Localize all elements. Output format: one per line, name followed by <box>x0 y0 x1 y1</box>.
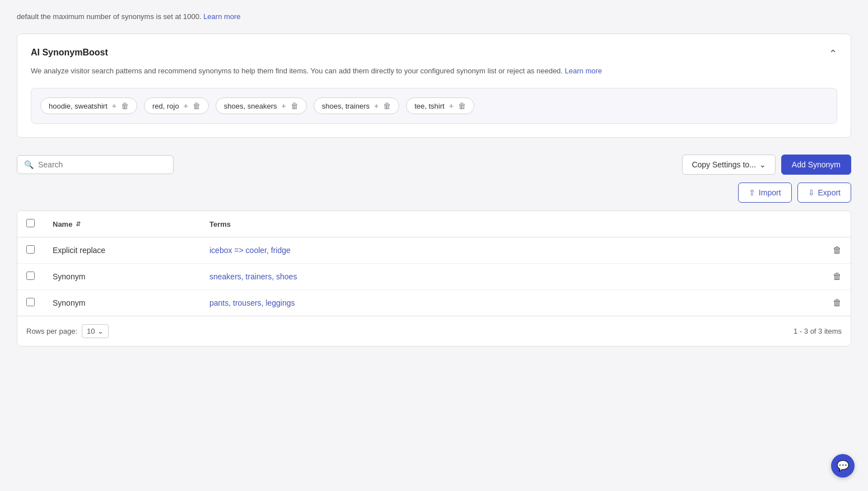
chip-add-icon[interactable]: + <box>374 101 379 110</box>
search-box[interactable]: 🔍 <box>17 155 174 174</box>
chip-label: hoodie, sweatshirt <box>49 102 108 110</box>
import-button[interactable]: ⇧ Import <box>738 183 792 203</box>
row-delete-icon[interactable]: 🗑 <box>833 245 842 255</box>
card-title: AI SynonymBoost <box>31 48 108 58</box>
chip-add-icon[interactable]: + <box>184 101 188 110</box>
download-icon: ⇩ <box>808 188 815 197</box>
upload-icon: ⇧ <box>749 188 755 197</box>
card-header: AI SynonymBoost ⌃ <box>31 48 837 60</box>
table-row: Synonympants, trousers, leggings🗑 <box>17 290 851 316</box>
top-notice: default the maximum number of synonyms i… <box>17 11 851 22</box>
search-icon: 🔍 <box>24 160 34 169</box>
toolbar: 🔍 Copy Settings to... ⌄ Add Synonym <box>17 155 851 175</box>
chip-delete-icon[interactable]: 🗑 <box>193 101 200 110</box>
sort-icon[interactable]: ⇵ <box>76 221 81 228</box>
row-type: Explicit replace <box>44 237 200 264</box>
chip-label: tee, tshirt <box>414 102 444 110</box>
chip-add-icon[interactable]: + <box>282 101 286 110</box>
row-checkbox[interactable] <box>26 298 35 306</box>
synonym-chip: shoes, sneakers+🗑 <box>216 97 307 114</box>
action-column-header <box>823 211 851 237</box>
search-input[interactable] <box>38 160 166 169</box>
copy-settings-button[interactable]: Copy Settings to... ⌄ <box>682 155 775 175</box>
select-all-checkbox[interactable] <box>26 219 35 227</box>
toolbar-left: 🔍 <box>17 155 174 174</box>
row-terms-link[interactable]: sneakers, trainers, shoes <box>209 272 297 281</box>
pagination-text: 1 - 3 of 3 items <box>794 327 842 335</box>
row-terms-link[interactable]: icebox => cooler, fridge <box>209 246 291 255</box>
export-label: Export <box>818 188 841 197</box>
row-type: Synonym <box>44 290 200 316</box>
synonym-table: Name ⇵ Terms Explicit replaceicebox => c… <box>17 211 851 347</box>
select-all-col <box>17 211 44 237</box>
table-header-row: Name ⇵ Terms <box>17 211 851 237</box>
chip-delete-icon[interactable]: 🗑 <box>458 101 466 110</box>
rows-per-page-label: Rows per page: <box>26 327 77 335</box>
chip-label: shoes, trainers <box>322 102 370 110</box>
learn-more-card-link[interactable]: Learn more <box>565 67 602 75</box>
chip-delete-icon[interactable]: 🗑 <box>383 101 391 110</box>
copy-settings-label: Copy Settings to... <box>692 160 755 169</box>
rows-per-page: Rows per page: 10 ⌄ <box>26 324 109 338</box>
table-footer: Rows per page: 10 ⌄ 1 - 3 of 3 items <box>17 316 851 346</box>
chip-add-icon[interactable]: + <box>449 101 454 110</box>
synonym-chip: red, rojo+🗑 <box>144 97 209 114</box>
row-delete-icon[interactable]: 🗑 <box>833 298 842 307</box>
row-type: Synonym <box>44 264 200 290</box>
chevron-down-icon: ⌄ <box>759 160 766 169</box>
add-synonym-label: Add Synonym <box>792 160 841 169</box>
row-delete-icon[interactable]: 🗑 <box>833 272 842 281</box>
chip-delete-icon[interactable]: 🗑 <box>291 101 298 110</box>
chevron-down-icon: ⌄ <box>97 327 104 335</box>
rows-per-page-value: 10 <box>87 327 95 335</box>
export-button[interactable]: ⇩ Export <box>797 183 851 203</box>
row-terms: pants, trousers, leggings <box>200 290 823 316</box>
row-checkbox[interactable] <box>26 245 35 254</box>
table-row: Synonymsneakers, trainers, shoes🗑 <box>17 264 851 290</box>
synonym-chip: hoodie, sweatshirt+🗑 <box>40 97 137 114</box>
import-label: Import <box>759 188 781 197</box>
chip-label: red, rojo <box>152 102 179 110</box>
name-column-header[interactable]: Name ⇵ <box>44 211 200 237</box>
ai-synonym-boost-card: AI SynonymBoost ⌃ We analyze visitor sea… <box>17 34 851 138</box>
synonym-chips-container: hoodie, sweatshirt+🗑red, rojo+🗑shoes, sn… <box>31 88 837 124</box>
table-row: Explicit replaceicebox => cooler, fridge… <box>17 237 851 264</box>
chip-label: shoes, sneakers <box>224 102 277 110</box>
card-description: We analyze visitor search patterns and r… <box>31 66 837 77</box>
row-terms: icebox => cooler, fridge <box>200 237 823 264</box>
row-terms-link[interactable]: pants, trousers, leggings <box>209 298 295 307</box>
synonym-chip: shoes, trainers+🗑 <box>314 97 399 114</box>
row-terms: sneakers, trainers, shoes <box>200 264 823 290</box>
rows-per-page-select[interactable]: 10 ⌄ <box>82 324 108 338</box>
synonym-chip: tee, tshirt+🗑 <box>406 97 474 114</box>
chip-delete-icon[interactable]: 🗑 <box>121 101 129 110</box>
chip-add-icon[interactable]: + <box>112 101 116 110</box>
terms-column-header: Terms <box>200 211 823 237</box>
row-checkbox[interactable] <box>26 272 35 280</box>
collapse-icon[interactable]: ⌃ <box>829 48 837 60</box>
import-export-toolbar: ⇧ Import ⇩ Export <box>17 183 851 203</box>
toolbar-right: Copy Settings to... ⌄ Add Synonym <box>682 155 851 175</box>
learn-more-top-link[interactable]: Learn more <box>203 12 240 21</box>
add-synonym-button[interactable]: Add Synonym <box>781 155 851 175</box>
